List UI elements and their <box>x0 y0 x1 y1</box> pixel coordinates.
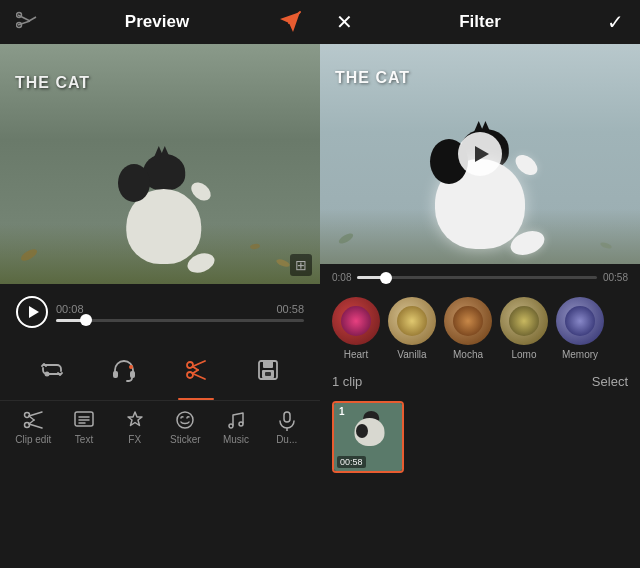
right-video-preview: THE CAT <box>320 44 640 264</box>
svg-line-23 <box>29 416 34 420</box>
svg-line-12 <box>193 374 206 380</box>
edit-tools-row: Clip edit Text FX <box>0 401 320 449</box>
svg-line-4 <box>29 17 36 21</box>
cat-figure-left <box>100 154 220 264</box>
select-button[interactable]: Select <box>592 374 628 389</box>
svg-line-21 <box>29 412 42 416</box>
clip-edit-label: Clip edit <box>15 434 51 445</box>
clip-thumbnail-1[interactable]: 00:58 1 <box>332 401 404 473</box>
text-tool[interactable]: Text <box>59 409 110 445</box>
filter-vanilla-label: Vanilla <box>397 349 426 360</box>
dub-label: Du... <box>276 434 297 445</box>
filter-heart-label: Heart <box>344 349 368 360</box>
confirm-button[interactable]: ✓ <box>607 10 624 34</box>
progress-bar[interactable] <box>56 319 304 322</box>
svg-point-29 <box>177 412 193 428</box>
left-header: Preview <box>0 0 320 44</box>
sticker-tool[interactable]: Sticker <box>160 409 211 445</box>
filter-lomo[interactable]: Lomo <box>500 297 548 360</box>
filter-memory-label: Memory <box>562 349 598 360</box>
save-button[interactable] <box>246 348 290 392</box>
clip-section-header: 1 clip Select <box>320 368 640 395</box>
fx-label: FX <box>128 434 141 445</box>
time-start: 00:08 <box>56 303 84 315</box>
filter-lomo-label: Lomo <box>511 349 536 360</box>
svg-rect-7 <box>130 371 135 378</box>
svg-line-14 <box>193 370 199 374</box>
play-center-button[interactable] <box>458 132 502 176</box>
filter-heart[interactable]: Heart <box>332 297 380 360</box>
filter-memory-thumb <box>556 297 604 345</box>
bottom-toolbar: Clip edit Text FX <box>0 336 320 453</box>
svg-rect-16 <box>263 361 273 368</box>
clip-info: 1 clip <box>332 374 362 389</box>
headphone-button[interactable] <box>102 348 146 392</box>
left-video-text: THE CAT <box>15 74 90 92</box>
filter-timeline: 0:08 00:58 <box>320 264 640 289</box>
filter-memory[interactable]: Memory <box>556 297 604 360</box>
right-header: ✕ Filter ✓ <box>320 0 640 44</box>
time-end: 00:58 <box>276 303 304 315</box>
loop-button[interactable] <box>30 348 74 392</box>
svg-line-11 <box>193 361 206 367</box>
text-label: Text <box>75 434 93 445</box>
toolbar-icons <box>0 344 320 401</box>
back-button[interactable] <box>16 9 38 36</box>
filter-mocha-label: Mocha <box>453 349 483 360</box>
svg-rect-6 <box>113 371 118 378</box>
filter-lomo-thumb <box>500 297 548 345</box>
close-button[interactable]: ✕ <box>336 10 353 34</box>
filter-vanilla[interactable]: Vanilla <box>388 297 436 360</box>
share-button[interactable] <box>276 8 304 36</box>
svg-point-31 <box>239 422 243 426</box>
svg-rect-32 <box>284 412 290 422</box>
filter-thumbnails-row: Heart Vanilla Mocha Lom <box>320 289 640 368</box>
svg-rect-18 <box>265 372 271 376</box>
timeline[interactable]: 00:08 00:58 <box>56 303 304 322</box>
svg-point-8 <box>129 365 133 369</box>
clip-edit-tool[interactable]: Clip edit <box>8 409 59 445</box>
filter-progress-thumb[interactable] <box>380 272 392 284</box>
left-panel: Preview <box>0 0 320 568</box>
fx-tool[interactable]: FX <box>109 409 160 445</box>
filter-heart-thumb <box>332 297 380 345</box>
filter-time-end: 00:58 <box>603 272 628 283</box>
filter-time-start: 0:08 <box>332 272 351 283</box>
svg-point-5 <box>45 372 50 377</box>
filter-vanilla-thumb <box>388 297 436 345</box>
left-title: Preview <box>125 12 189 32</box>
progress-thumb[interactable] <box>80 314 92 326</box>
svg-line-24 <box>29 420 34 424</box>
right-panel: ✕ Filter ✓ THE CAT <box>320 0 640 568</box>
clip-duration: 00:58 <box>337 456 366 468</box>
svg-rect-25 <box>75 412 93 426</box>
clip-thumbnails-row: 00:58 1 <box>320 395 640 568</box>
filter-mocha-thumb <box>444 297 492 345</box>
svg-line-22 <box>29 424 42 428</box>
right-title: Filter <box>459 12 501 32</box>
music-tool[interactable]: Music <box>211 409 262 445</box>
svg-point-30 <box>229 424 233 428</box>
left-video-preview: THE CAT <box>0 44 320 284</box>
filter-progress[interactable] <box>357 276 597 279</box>
cut-button[interactable] <box>174 348 218 392</box>
timeline-area: 00:08 00:58 <box>0 284 320 336</box>
play-button[interactable] <box>16 296 48 328</box>
clip-number: 1 <box>339 406 345 417</box>
watermark-left <box>290 254 312 276</box>
right-video-text: THE CAT <box>335 69 410 87</box>
sticker-label: Sticker <box>170 434 201 445</box>
filter-mocha[interactable]: Mocha <box>444 297 492 360</box>
dub-tool[interactable]: Du... <box>261 409 312 445</box>
music-label: Music <box>223 434 249 445</box>
